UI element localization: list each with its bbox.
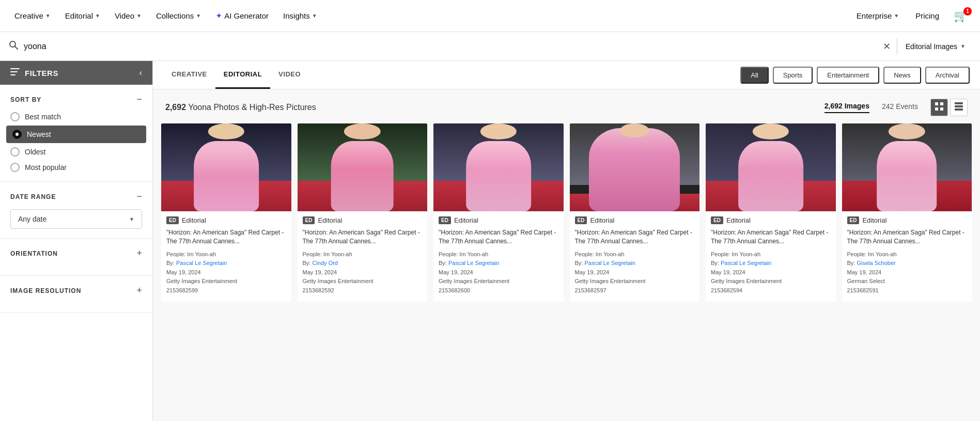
image-caption-3: "Horizon: An American Saga" Red Carpet -…: [575, 228, 695, 246]
nav-item-video[interactable]: Video ▼: [108, 7, 148, 24]
ed-badge-0: ED: [166, 216, 179, 224]
cart-button[interactable]: 🛒 1: [950, 7, 972, 25]
ed-badge-3: ED: [575, 216, 587, 224]
image-date-5: May 19, 2024: [847, 268, 967, 277]
orientation-expand-button[interactable]: +: [136, 248, 142, 259]
image-thumb-0: [161, 123, 291, 211]
image-card-0[interactable]: ED Editorial "Horizon: An American Saga"…: [161, 123, 291, 302]
nav-item-enterprise[interactable]: Enterprise ▼: [850, 7, 905, 24]
image-thumb-1: [298, 123, 428, 211]
sort-option-best-match[interactable]: Best match: [10, 112, 142, 121]
sort-option-most-popular[interactable]: Most popular: [10, 163, 142, 172]
sidebar-header: FILTERS ‹: [0, 61, 152, 85]
images-count[interactable]: 2,692 Images: [825, 102, 869, 113]
svg-rect-4: [10, 74, 15, 75]
tab-editorial[interactable]: EDITORIAL: [215, 61, 270, 89]
pill-entertainment[interactable]: Entertainment: [817, 67, 879, 84]
image-author-link-3[interactable]: Pascal Le Segretain: [584, 260, 635, 266]
sort-option-newest[interactable]: Newest: [6, 126, 146, 143]
image-resolution-expand-button[interactable]: +: [136, 285, 142, 296]
nav-item-editorial[interactable]: Editorial ▼: [59, 7, 106, 24]
sort-by-options: Best match Newest Oldest Most popular: [10, 112, 142, 172]
image-people-2: People: Im Yoon-ah: [439, 250, 558, 259]
pill-all[interactable]: All: [740, 67, 768, 84]
image-info-2: ED Editorial "Horizon: An American Saga"…: [433, 211, 564, 302]
image-card-2[interactable]: ED Editorial "Horizon: An American Saga"…: [433, 123, 564, 302]
nav-item-ai-generator[interactable]: ✦ AI Generator: [209, 7, 275, 25]
image-date-2: May 19, 2024: [439, 268, 558, 277]
sort-option-oldest[interactable]: Oldest: [10, 147, 142, 157]
image-date-0: May 19, 2024: [166, 268, 286, 277]
nav-item-collections[interactable]: Collections ▼: [150, 7, 207, 24]
ed-badge-2: ED: [439, 216, 451, 224]
image-caption-0: "Horizon: An American Saga" Red Carpet -…: [166, 228, 286, 246]
image-collection-0: Getty Images Entertainment: [166, 277, 286, 286]
chevron-down-icon: ▼: [95, 13, 100, 19]
image-card-5[interactable]: ED Editorial "Horizon: An American Saga"…: [842, 123, 972, 302]
image-author-link-1[interactable]: Cindy Ord: [312, 260, 338, 266]
filters-icon: [10, 68, 20, 77]
nav-item-insights[interactable]: Insights ▼: [277, 7, 323, 24]
svg-rect-9: [955, 102, 963, 104]
date-select-dropdown[interactable]: Any date ▼: [10, 209, 142, 229]
pill-archival[interactable]: Archival: [925, 67, 970, 84]
nav-item-creative[interactable]: Creative ▼: [8, 7, 57, 24]
ed-badge-5: ED: [847, 216, 860, 224]
list-view-button[interactable]: [950, 99, 968, 116]
image-id-0: 2153682599: [166, 286, 286, 295]
search-input[interactable]: [24, 42, 879, 51]
result-count-strong: 2,692: [165, 103, 186, 112]
editorial-label-3: Editorial: [590, 216, 614, 224]
search-type-selector[interactable]: Editorial Images ▼: [899, 42, 972, 51]
pill-sports[interactable]: Sports: [773, 67, 813, 84]
radio-oldest: [10, 147, 20, 157]
image-badge-5: ED Editorial: [847, 216, 967, 224]
image-author-link-2[interactable]: Pascal Le Segretain: [448, 260, 499, 266]
pill-news[interactable]: News: [883, 67, 921, 84]
image-card-4[interactable]: ED Editorial "Horizon: An American Saga"…: [706, 123, 836, 302]
image-id-2: 2153682600: [439, 286, 558, 295]
sidebar-collapse-button[interactable]: ‹: [139, 68, 142, 77]
view-toggles: [930, 99, 968, 116]
date-select-value: Any date: [18, 215, 46, 223]
svg-rect-11: [955, 108, 963, 111]
image-caption-1: "Horizon: An American Saga" Red Carpet -…: [303, 228, 423, 246]
image-info-3: ED Editorial "Horizon: An American Saga"…: [570, 211, 700, 302]
sort-by-collapse-button[interactable]: −: [136, 94, 142, 105]
image-id-3: 2153682597: [575, 286, 695, 295]
image-author-link-4[interactable]: Pascal Le Segretain: [721, 260, 771, 266]
date-range-collapse-button[interactable]: −: [136, 191, 142, 202]
chevron-down-icon: ▼: [894, 13, 899, 19]
image-date-4: May 19, 2024: [711, 268, 831, 277]
grid-view-button[interactable]: [930, 99, 948, 116]
image-thumb-2: [433, 123, 564, 211]
image-card-3[interactable]: ED Editorial "Horizon: An American Saga"…: [570, 123, 700, 302]
image-info-5: ED Editorial "Horizon: An American Saga"…: [842, 211, 972, 302]
tab-video[interactable]: VIDEO: [270, 61, 309, 89]
nav-left: Creative ▼ Editorial ▼ Video ▼ Collectio…: [8, 7, 850, 25]
sort-label-oldest: Oldest: [25, 148, 45, 156]
events-count[interactable]: 242 Events: [882, 102, 918, 113]
chevron-down-icon: ▼: [196, 13, 201, 19]
orientation-title: ORIENTATION: [10, 250, 58, 257]
result-title: 2,692 Yoona Photos & High-Res Pictures: [165, 103, 316, 112]
cart-badge: 1: [963, 7, 972, 15]
tab-creative[interactable]: CREATIVE: [163, 61, 215, 89]
result-title-text: Yoona Photos & High-Res Pictures: [188, 103, 316, 112]
editorial-filter-pills: All Sports Entertainment News Archival: [740, 67, 970, 84]
clear-search-button[interactable]: ✕: [879, 39, 895, 54]
content-area: CREATIVE EDITORIAL VIDEO All Sports Ente…: [153, 61, 980, 421]
nav-label-enterprise: Enterprise: [857, 11, 892, 20]
result-count-group: 2,692 Images 242 Events: [825, 99, 968, 116]
image-card-1[interactable]: ED Editorial "Horizon: An American Saga"…: [298, 123, 428, 302]
image-caption-5: "Horizon: An American Saga" Red Carpet -…: [847, 228, 967, 246]
filters-title: FILTERS: [25, 69, 58, 77]
svg-rect-5: [935, 102, 938, 105]
image-info-1: ED Editorial "Horizon: An American Saga"…: [298, 211, 428, 302]
radio-newest: [12, 130, 22, 139]
image-author-link-0[interactable]: Pascal Le Segretain: [176, 260, 227, 266]
image-author-link-5[interactable]: Gisela Schober: [857, 260, 895, 266]
nav-item-pricing[interactable]: Pricing: [909, 7, 945, 24]
image-badge-1: ED Editorial: [303, 216, 423, 224]
image-meta-0: People: Im Yoon-ah By: Pascal Le Segreta…: [166, 250, 286, 295]
